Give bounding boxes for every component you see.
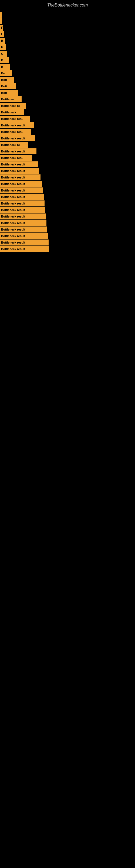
bar-row: Bottleneck result [0,181,135,187]
bar-fill: Bottleneck resu [0,155,32,161]
bar-label-text: Bo [1,72,5,75]
bar-label-text: Bottleneck result [1,208,25,212]
bar-fill: B [0,38,5,44]
bar-label-text: Bottleneck result [1,228,25,231]
bar-label-text: Bottleneck result [1,137,25,140]
bar-fill: Bottleneck [0,109,24,115]
bar-fill: Bottleneck result [0,246,49,252]
bar-fill: Bottleneck result [0,207,45,213]
bar-label-text: Bottleneck resu [1,130,24,133]
bar-row [0,18,135,24]
bar-fill [0,12,2,18]
bar-fill: Bo [0,70,12,76]
bar-label-text: Bottlenec [1,98,14,101]
bar-label-text: Bottleneck result [1,189,25,192]
bar-row: Bott [0,77,135,83]
bar-fill: Bottleneck result [0,220,46,226]
bar-label-text: Bottleneck result [1,169,25,173]
bar-fill: Bottleneck result [0,161,38,167]
site-title: TheBottlenecker.com [0,0,135,9]
bar-fill: Bottleneck re [0,103,26,109]
bar-label-text: Bottleneck result [1,202,25,205]
bar-row: Bottleneck result [0,226,135,232]
bar-row: Bottleneck result [0,168,135,174]
bar-row: I [0,31,135,37]
bar-row: B [0,57,135,63]
bar-row: Bottleneck result [0,233,135,239]
bar-label-text: F [1,45,3,49]
bar-row: Bottlenec [0,96,135,102]
bar-row: B [0,38,135,44]
bar-row: Bottleneck result [0,200,135,207]
bar-label-text: C [1,52,3,55]
bar-row: Bottleneck result [0,214,135,219]
bar-label-text: Bottleneck re [1,143,20,147]
bar-fill: C [0,51,7,57]
bar-row: Bo [0,70,135,76]
bar-label-text: Bottleneck result [1,215,25,218]
bar-row: F [0,25,135,31]
bar-fill [0,18,2,24]
bar-fill: Bottleneck result [0,187,43,193]
bar-label-text: Bottleneck result [1,195,25,198]
bar-fill: Bott [0,83,16,89]
bar-fill: Bottleneck result [0,181,42,187]
bar-label-text: Bott [1,91,7,94]
bar-label-text: Bott [1,78,7,82]
bar-label-text: Bottleneck result [1,150,25,153]
bar-fill: Bottleneck result [0,226,47,232]
bar-label-text: Bottleneck result [1,235,25,238]
bar-label-text: B [1,59,3,62]
bar-label-text: Bottleneck result [1,247,25,251]
bar-fill: Bottleneck result [0,240,49,246]
bar-row: Bottleneck result [0,240,135,246]
bar-row: B [0,64,135,70]
bar-row: Bottleneck resu [0,129,135,135]
bar-fill: B [0,57,9,63]
bar-fill: F [0,44,6,50]
bar-row: Bottleneck result [0,122,135,128]
bar-row: Bottleneck result [0,207,135,213]
bar-fill: Bottleneck result [0,168,39,174]
bar-row [0,12,135,18]
bar-label-text: B [1,39,3,42]
bar-row: Bottleneck result [0,135,135,141]
bar-row: Bottleneck result [0,175,135,180]
bar-row: Bott [0,83,135,89]
bar-fill: Bott [0,77,14,83]
bar-fill: Bottleneck result [0,122,34,128]
bar-label-text: Bottleneck result [1,124,25,127]
bar-label-text: B [1,65,3,68]
bar-fill: Bott [0,90,18,96]
bar-fill: Bottleneck re [0,142,28,148]
bar-fill: I [0,31,4,37]
bar-row: Bottleneck result [0,148,135,154]
bar-row: Bottleneck result [0,246,135,252]
bar-row: Bottleneck result [0,161,135,167]
bar-fill: Bottleneck resu [0,116,30,122]
bar-fill: Bottleneck result [0,200,45,207]
bar-label-text: F [1,26,3,29]
bar-fill: Bottleneck result [0,175,41,180]
bar-label-text: Bott [1,85,7,88]
bars-container: FIBFCBBBoBottBottBottBottlenecBottleneck… [0,9,135,255]
bar-row: Bottleneck resu [0,155,135,161]
bar-label-text: Bottleneck result [1,241,25,244]
bar-label-text: Bottleneck resu [1,156,24,159]
bar-label-text: Bottleneck result [1,221,25,225]
bar-row: Bottleneck result [0,187,135,193]
bar-row: Bottleneck re [0,103,135,109]
bar-row: Bottleneck resu [0,116,135,122]
bar-fill: B [0,64,10,70]
bar-label-text: Bottleneck result [1,182,25,186]
bar-fill: Bottleneck result [0,135,35,141]
bar-row: Bott [0,90,135,96]
bar-label-text: I [1,33,2,36]
bar-row: Bottleneck result [0,194,135,200]
bar-fill: Bottleneck result [0,214,46,219]
bar-label-text: Bottleneck resu [1,117,24,120]
bar-row: Bottleneck result [0,220,135,226]
bar-row: F [0,44,135,50]
bar-label-text: Bottleneck [1,111,16,114]
bar-fill: Bottleneck result [0,194,44,200]
